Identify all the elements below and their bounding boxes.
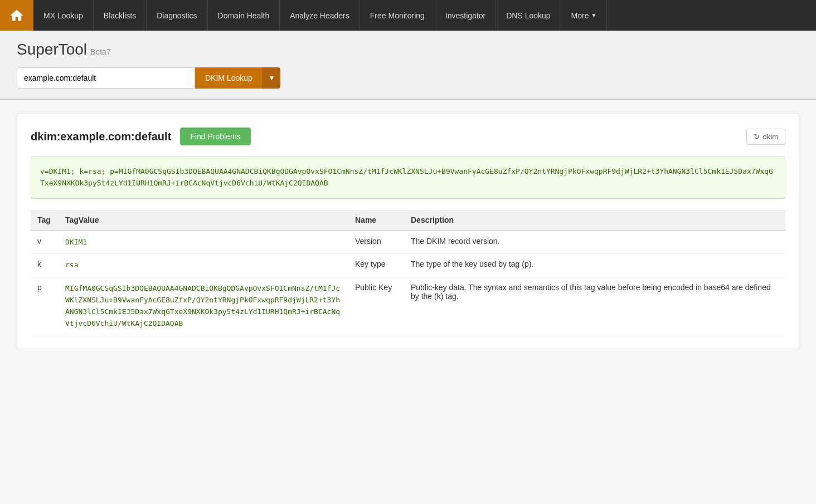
dkim-table: Tag TagValue Name Description vDKIM1Vers… xyxy=(31,210,785,336)
nav-item-domain-health[interactable]: Domain Health xyxy=(208,0,280,31)
nav-item-diagnostics[interactable]: Diagnostics xyxy=(147,0,207,31)
result-card: dkim:example.com:default Find Problems ↻… xyxy=(17,114,799,349)
cell-tagvalue: MIGfMA0GCSqGSIb3DQEBAQUAA4GNADCBiQKBgQDG… xyxy=(59,277,348,335)
col-header-tagvalue: TagValue xyxy=(59,210,348,231)
page-header: SuperToolBeta7 DKIM Lookup ▼ xyxy=(0,31,816,100)
nav-item-mx-lookup[interactable]: MX Lookup xyxy=(33,0,94,31)
cell-tag: p xyxy=(31,277,59,335)
table-row: pMIGfMA0GCSqGSIb3DQEBAQUAA4GNADCBiQKBgQD… xyxy=(31,277,785,335)
nav-item-investigator[interactable]: Investigator xyxy=(435,0,496,31)
page-title: SuperToolBeta7 xyxy=(17,41,799,58)
cell-tag: k xyxy=(31,254,59,277)
col-header-name: Name xyxy=(348,210,404,231)
dkim-lookup-dropdown-button[interactable]: ▼ xyxy=(263,67,280,89)
search-input[interactable] xyxy=(17,67,195,89)
dropdown-arrow-icon: ▼ xyxy=(268,74,275,82)
cell-tagvalue: DKIM1 xyxy=(59,231,348,254)
dkim-value-box: v=DKIM1; k=rsa; p=MIGfMA0GCSqGSIb3DQEBAQ… xyxy=(31,156,785,199)
result-title-group: dkim:example.com:default Find Problems xyxy=(31,128,251,145)
refresh-button[interactable]: ↻ dkim xyxy=(746,129,785,145)
cell-description: The type of the key used by tag (p). xyxy=(404,254,785,277)
find-problems-button[interactable]: Find Problems xyxy=(180,128,250,145)
chevron-down-icon: ▼ xyxy=(591,12,597,18)
navigation: MX Lookup Blacklists Diagnostics Domain … xyxy=(0,0,816,31)
home-icon xyxy=(9,8,25,23)
table-row: vDKIM1VersionThe DKIM record version. xyxy=(31,231,785,254)
nav-item-blacklists[interactable]: Blacklists xyxy=(94,0,147,31)
nav-item-more[interactable]: More ▼ xyxy=(561,0,608,31)
refresh-icon: ↻ xyxy=(754,133,760,141)
table-row: krsaKey typeThe type of the key used by … xyxy=(31,254,785,277)
col-header-description: Description xyxy=(404,210,785,231)
dkim-lookup-button[interactable]: DKIM Lookup xyxy=(195,67,263,89)
table-header-row: Tag TagValue Name Description xyxy=(31,210,785,231)
cell-tagvalue: rsa xyxy=(59,254,348,277)
nav-item-dns-lookup[interactable]: DNS Lookup xyxy=(496,0,561,31)
nav-item-free-monitoring[interactable]: Free Monitoring xyxy=(360,0,435,31)
main-content: dkim:example.com:default Find Problems ↻… xyxy=(0,100,816,363)
cell-name: Version xyxy=(348,231,404,254)
nav-item-analyze-headers[interactable]: Analyze Headers xyxy=(280,0,360,31)
cell-name: Key type xyxy=(348,254,404,277)
cell-name: Public Key xyxy=(348,277,404,335)
home-button[interactable] xyxy=(0,0,33,31)
result-title: dkim:example.com:default xyxy=(31,130,171,143)
result-header: dkim:example.com:default Find Problems ↻… xyxy=(31,128,785,145)
cell-description: The DKIM record version. xyxy=(404,231,785,254)
col-header-tag: Tag xyxy=(31,210,59,231)
cell-description: Public-key data. The syntax and semantic… xyxy=(404,277,785,335)
cell-tag: v xyxy=(31,231,59,254)
search-bar: DKIM Lookup ▼ xyxy=(17,67,799,99)
